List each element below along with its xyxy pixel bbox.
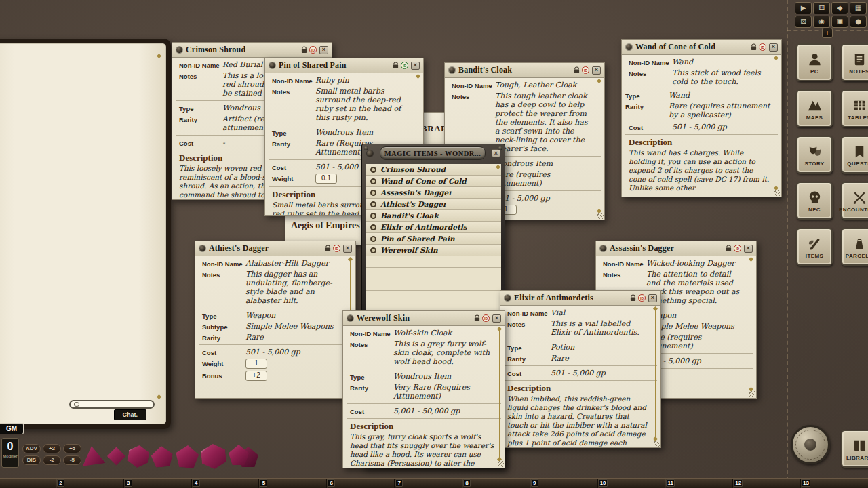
sidebar-button-notes[interactable]: NOTES — [841, 43, 868, 81]
window-handle-icon[interactable] — [626, 44, 632, 50]
identified-toggle-icon[interactable]: ID — [734, 245, 741, 252]
id-ring-icon[interactable] — [370, 201, 376, 207]
field-value[interactable]: This tough leather cloak has a deep cowl… — [495, 92, 594, 153]
field-value[interactable]: Rare (requires attunement) — [646, 333, 746, 350]
hotkey-slot[interactable]: 6 — [326, 479, 394, 488]
list-item[interactable]: Wand of Cone of Cold — [366, 176, 501, 187]
field-row[interactable]: Notes This stick of wood feels cold to t… — [625, 67, 778, 87]
window-titlebar[interactable]: Elixir of Antimordetis ID × — [500, 291, 660, 306]
field-value[interactable]: Rare — [551, 354, 650, 363]
hotkey-slot[interactable]: 12 — [732, 479, 800, 488]
mini-tool-button[interactable]: + — [822, 28, 833, 38]
toolbar-button[interactable]: ◉ — [813, 16, 830, 28]
window-handle-icon[interactable] — [449, 67, 455, 73]
resize-grip-icon[interactable] — [774, 190, 781, 196]
field-row[interactable]: Cost 501 - 5,000 gp — [625, 121, 778, 132]
field-value[interactable]: Tough, Leather Cloak — [495, 81, 594, 89]
field-value[interactable]: Vial — [551, 308, 650, 317]
field-row[interactable]: Non-ID Name Ruby pin — [269, 75, 420, 85]
list-item[interactable]: Athiest's Dagger — [366, 199, 501, 210]
resize-grip-icon[interactable] — [654, 441, 660, 447]
window-titlebar[interactable]: Werewolf Skin ID × — [343, 311, 505, 326]
die-d8-button[interactable] — [127, 444, 149, 468]
field-row[interactable]: Cost 501 - 5,000 gp — [199, 346, 352, 357]
toolbar-button[interactable]: ▣ — [831, 16, 848, 28]
roll-modifier-button[interactable]: -2 — [43, 455, 61, 465]
resize-grip-icon[interactable] — [749, 391, 755, 397]
chat-input[interactable] — [69, 400, 155, 409]
id-ring-icon[interactable] — [370, 247, 376, 253]
hotkey-slot[interactable]: 9 — [530, 479, 597, 488]
die-d20-button[interactable] — [201, 443, 226, 469]
identified-toggle-icon[interactable]: ID — [638, 294, 646, 302]
scrollbar[interactable] — [751, 260, 751, 389]
sidebar-button-encounters[interactable]: ENCOUNTERS — [841, 182, 868, 220]
field-value[interactable]: Wondrous Item — [393, 372, 494, 381]
field-value[interactable]: Wand — [669, 91, 774, 100]
field-value[interactable]: 0.1 — [315, 174, 337, 184]
list-item[interactable]: Werewolf Skin — [366, 245, 501, 256]
description-text[interactable]: This gray, furry cloak sports a wolf's h… — [343, 432, 505, 468]
id-ring-icon[interactable] — [370, 190, 376, 196]
scrollbar[interactable] — [655, 309, 656, 439]
field-value[interactable]: 501 - 5,000 gp — [672, 123, 771, 131]
lock-icon[interactable] — [301, 46, 307, 54]
field-value[interactable]: Weapon — [646, 311, 746, 320]
field-value[interactable]: Simple Melee Weapons — [646, 322, 746, 331]
field-value[interactable]: Rare — [245, 333, 345, 342]
window-titlebar[interactable]: Wand of Cone of Cold ID × — [622, 40, 781, 55]
field-value[interactable]: Wolf-skin Cloak — [393, 329, 494, 338]
field-row[interactable]: Notes This is a grey furry wolf-skin clo… — [347, 338, 501, 367]
window-handle-icon[interactable] — [199, 245, 205, 251]
field-row[interactable]: Rarity Rare — [504, 352, 657, 363]
field-row[interactable]: Weight 1 — [199, 357, 352, 369]
hotkey-slot[interactable]: 11 — [665, 479, 732, 488]
roll-modifier-button[interactable]: +5 — [63, 444, 81, 453]
toolbar-button[interactable]: ⚄ — [795, 16, 812, 28]
field-row[interactable]: Non-ID Name Vial — [504, 307, 657, 318]
sidebar-button-quests[interactable]: QUESTS — [841, 136, 868, 174]
toolbar-button[interactable]: ◆ — [831, 2, 848, 14]
sidebar-button-story[interactable]: STORY — [796, 136, 833, 174]
field-value[interactable]: +2 — [245, 371, 267, 381]
field-value[interactable]: Weapon — [245, 311, 345, 320]
field-value[interactable]: 501 - 5,000 gp — [495, 194, 594, 203]
list-item[interactable]: Bandit's Cloak — [366, 210, 501, 222]
close-icon[interactable]: × — [744, 245, 753, 253]
list-item[interactable]: Assassin's Dagger — [366, 187, 501, 199]
field-row[interactable]: Non-ID Name Alabaster-Hilt Dagger — [199, 258, 352, 268]
window-titlebar[interactable]: Crimson Shroud ID × — [172, 43, 332, 58]
window-handle-icon[interactable] — [347, 315, 353, 321]
field-value[interactable]: Rare (requires attunement by a spellcast… — [669, 102, 774, 119]
field-value[interactable]: Potion — [551, 343, 650, 352]
lock-icon[interactable] — [393, 62, 399, 69]
roll-modifier-button[interactable]: DIS — [22, 455, 41, 465]
field-row[interactable]: Type Wondrous Item — [347, 371, 501, 382]
die-d10-button[interactable] — [151, 445, 174, 468]
field-value[interactable]: Wondrous Item — [495, 159, 594, 168]
field-value[interactable]: Alabaster-Hilt Dagger — [245, 259, 345, 268]
field-value[interactable]: 501 - 5,000 gp — [245, 348, 345, 357]
sidebar-button-parcels[interactable]: PARCELS — [841, 228, 868, 266]
window-titlebar[interactable]: Bandit's Cloak ID × — [445, 63, 604, 78]
window-titlebar[interactable]: Assassin's Dagger ID × — [596, 241, 756, 256]
window-handle-icon[interactable] — [505, 295, 511, 301]
identified-toggle-icon[interactable]: ID — [482, 314, 490, 322]
hotkey-slot[interactable]: 2 — [56, 479, 123, 488]
hotkey-slot[interactable]: 13 — [800, 479, 868, 488]
gm-identity-tab[interactable]: GM — [0, 423, 24, 434]
field-value[interactable]: Very Rare (Requires Attunement) — [393, 383, 494, 401]
scrollbar[interactable] — [499, 329, 500, 459]
die-d6-button[interactable] — [107, 447, 125, 466]
lock-icon[interactable] — [474, 314, 480, 322]
window-titlebar[interactable]: MAGIC ITEMS - WONDR... × — [362, 144, 505, 162]
field-row[interactable]: Non-ID Name Wolf-skin Cloak — [347, 327, 501, 338]
roll-modifier-button[interactable]: +2 — [43, 444, 61, 453]
field-value[interactable]: 5,001 - 50,000 gp — [393, 407, 494, 415]
identified-toggle-icon[interactable]: ID — [401, 62, 408, 69]
field-value[interactable]: Wicked-looking Dagger — [646, 259, 746, 268]
toolbar-button[interactable]: ⚅ — [813, 2, 830, 14]
hotkey-slot[interactable]: 8 — [462, 479, 530, 488]
close-icon[interactable]: × — [769, 43, 778, 52]
field-row[interactable]: Notes This is a vial labelled Elixir of … — [504, 318, 657, 338]
